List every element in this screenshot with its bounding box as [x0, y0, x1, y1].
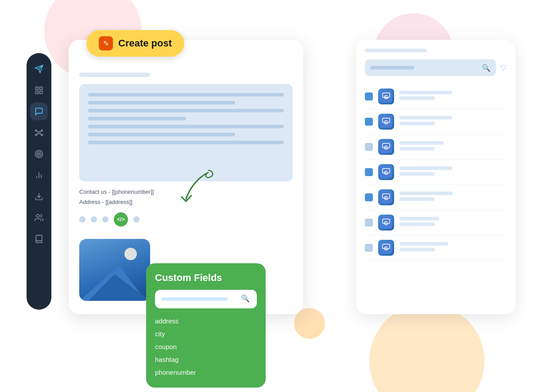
- custom-fields-search[interactable]: 🔍: [155, 290, 257, 308]
- list-text-line: [399, 217, 439, 220]
- sidebar: [27, 53, 51, 310]
- list-item: G: [365, 160, 507, 185]
- bg-circle-orange-br: [369, 304, 484, 392]
- field-item-coupon[interactable]: coupon: [155, 340, 257, 353]
- svg-point-20: [36, 215, 39, 218]
- list-text-area: [399, 91, 507, 102]
- list-checkbox[interactable]: [365, 219, 373, 227]
- dot-1: [79, 216, 85, 223]
- svg-line-12: [40, 134, 41, 135]
- content-line-2: [88, 101, 235, 104]
- bg-circle-orange-sm: [294, 308, 325, 339]
- panel-search-row: 🔍 ▽: [365, 59, 507, 76]
- google-shop-icon: G: [378, 240, 394, 256]
- list-item: G: [365, 135, 507, 160]
- svg-line-11: [37, 134, 38, 135]
- list-text-line-sm: [399, 223, 435, 226]
- svg-rect-24: [383, 97, 389, 98]
- list-text-line-sm: [399, 197, 435, 201]
- svg-rect-2: [36, 91, 39, 94]
- code-brackets: </>: [117, 216, 124, 223]
- list-text-line-sm: [399, 122, 435, 125]
- search-icon: 🔍: [241, 294, 251, 304]
- list-item: G: [365, 84, 507, 109]
- dot-5: [133, 216, 139, 223]
- create-post-title: Create post: [118, 38, 172, 49]
- list-checkbox[interactable]: [365, 244, 373, 252]
- filter-icon[interactable]: ▽: [500, 63, 507, 73]
- sidebar-icon-download[interactable]: [30, 188, 48, 205]
- svg-line-9: [37, 131, 38, 132]
- content-line-6: [88, 133, 235, 136]
- field-item-hashtag[interactable]: hashtag: [155, 353, 257, 366]
- sidebar-icon-send[interactable]: [30, 60, 48, 78]
- list-text-area: [399, 116, 507, 127]
- list-item: G: [365, 185, 507, 210]
- svg-rect-1: [40, 87, 43, 90]
- list-item: G: [365, 210, 507, 235]
- svg-point-8: [41, 134, 43, 135]
- dots-row: </>: [79, 212, 293, 227]
- google-shop-icon: G: [378, 164, 394, 180]
- google-shop-icon: G: [378, 189, 394, 205]
- google-shop-icon: G: [378, 139, 394, 155]
- content-line-7: [88, 141, 284, 144]
- card-top-bar: [79, 73, 150, 77]
- list-text-line: [399, 242, 448, 246]
- svg-point-6: [41, 130, 43, 131]
- list-checkbox[interactable]: [365, 168, 373, 176]
- create-post-badge[interactable]: ✎ Create post: [86, 30, 184, 57]
- svg-point-7: [35, 134, 37, 135]
- google-shop-icon: G: [378, 88, 394, 104]
- list-text-line-sm: [399, 248, 435, 251]
- sidebar-icon-team[interactable]: [30, 209, 48, 227]
- field-item-city[interactable]: city: [155, 327, 257, 340]
- panel-search-box[interactable]: 🔍: [365, 59, 496, 76]
- field-item-phonenumber[interactable]: phonenumber: [155, 366, 257, 379]
- sidebar-icon-chat[interactable]: [30, 103, 48, 120]
- list-item: G: [365, 235, 507, 261]
- field-item-address[interactable]: address: [155, 315, 257, 327]
- custom-fields-popup: Custom Fields 🔍 address city coupon hash…: [146, 263, 266, 388]
- svg-rect-3: [40, 91, 43, 94]
- list-text-line: [399, 192, 453, 195]
- list-text-area: [399, 192, 507, 203]
- dot-code[interactable]: </>: [114, 212, 128, 227]
- sidebar-icon-library[interactable]: [30, 230, 48, 248]
- list-item: G: [365, 109, 507, 135]
- sidebar-icon-grid[interactable]: [30, 81, 48, 99]
- list-text-area: [399, 141, 507, 153]
- moon-shape: [124, 248, 137, 260]
- list-checkbox[interactable]: [365, 118, 373, 126]
- list-text-area: [399, 217, 507, 228]
- list-text-line-sm: [399, 96, 435, 100]
- list-checkbox[interactable]: [365, 143, 373, 151]
- sidebar-icon-network[interactable]: [30, 124, 48, 142]
- svg-rect-0: [36, 87, 39, 90]
- dot-2: [91, 216, 97, 223]
- list-text-area: [399, 242, 507, 254]
- list-text-line: [399, 91, 453, 94]
- panel-top-bar: [365, 49, 427, 52]
- card-content-area: [79, 84, 293, 181]
- custom-fields-title: Custom Fields: [155, 272, 257, 284]
- edit-icon: ✎: [99, 36, 113, 50]
- arrow-svg: [173, 168, 226, 212]
- search-bar-placeholder: [161, 297, 228, 301]
- panel-search-placeholder: [370, 66, 414, 69]
- list-text-line: [399, 141, 444, 145]
- dot-3: [102, 216, 108, 223]
- list-text-line: [399, 166, 453, 170]
- right-panel: 🔍 ▽ G G G: [356, 40, 515, 314]
- content-line-4: [88, 117, 186, 120]
- svg-line-10: [40, 131, 41, 132]
- svg-point-5: [35, 130, 37, 131]
- svg-point-15: [38, 153, 39, 154]
- sidebar-icon-target[interactable]: [30, 145, 48, 163]
- list-checkbox[interactable]: [365, 193, 373, 201]
- sidebar-icon-chart[interactable]: [30, 166, 48, 184]
- list-checkbox[interactable]: [365, 92, 373, 100]
- image-thumbnail: [79, 239, 150, 301]
- svg-point-14: [37, 152, 41, 156]
- content-line-5: [88, 125, 284, 128]
